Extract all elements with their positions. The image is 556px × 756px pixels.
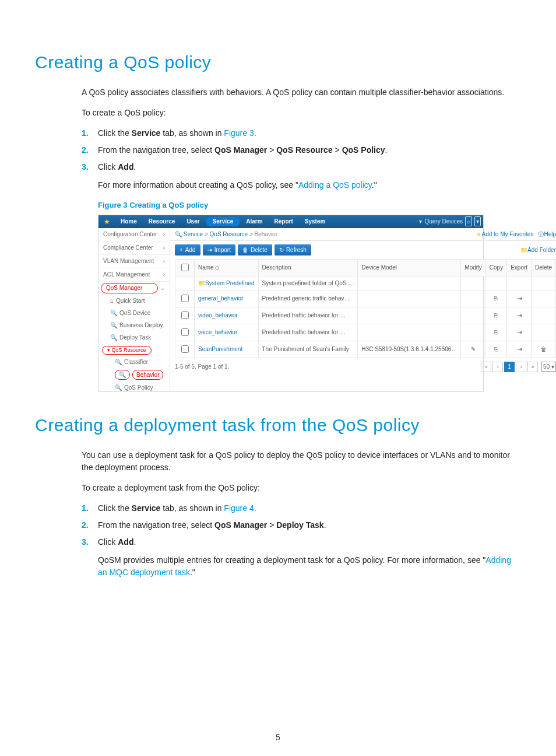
magnifier-icon: 🔍 xyxy=(115,358,122,366)
tab-alarm[interactable]: Alarm xyxy=(240,215,268,228)
row-name-link[interactable]: video_behavior xyxy=(195,307,259,324)
breadcrumb-behavior: Behavior xyxy=(255,231,277,237)
row-checkbox[interactable] xyxy=(181,312,189,319)
folder-icon: 📁 xyxy=(520,247,527,253)
figure-link[interactable]: Figure 4 xyxy=(224,503,254,513)
magnifier-icon: 🔍 xyxy=(110,321,117,330)
select-all-checkbox[interactable] xyxy=(181,264,189,271)
add-to-favorites-link[interactable]: ★Add to My Favorites xyxy=(476,230,533,239)
row-name-link[interactable]: SeanPunishment xyxy=(195,341,259,358)
search-placeholder[interactable]: Query Devices xyxy=(424,217,463,226)
page-number: 5 xyxy=(0,733,556,742)
adding-qos-policy-link[interactable]: Adding a QoS policy xyxy=(298,180,372,190)
star-icon[interactable]: ★ xyxy=(98,215,115,228)
step-number: 2. xyxy=(82,144,98,156)
refresh-button[interactable]: ↻Refresh xyxy=(275,244,311,256)
column-checkbox[interactable] xyxy=(175,259,195,276)
sidebar-item-qos-manager[interactable]: QoS Manager xyxy=(101,283,158,293)
figure-link[interactable]: Figure 3 xyxy=(224,128,254,138)
sidebar-item-classifier[interactable]: 🔍Classifier xyxy=(98,356,170,368)
tab-report[interactable]: Report xyxy=(269,215,299,228)
sidebar-item-behavior[interactable]: 🔍Behavior xyxy=(98,368,170,382)
step-text: Click Add. xyxy=(98,536,136,548)
row-copy-button[interactable]: ⎘ xyxy=(485,290,506,307)
row-copy-button[interactable]: ⎘ xyxy=(485,324,506,341)
search-icon[interactable]: ⌕ xyxy=(465,216,472,226)
step-number: 1. xyxy=(82,502,98,514)
row-checkbox[interactable] xyxy=(181,345,189,353)
row-export-button[interactable]: ⇥ xyxy=(507,324,532,341)
column-description[interactable]: Description xyxy=(258,259,358,276)
page-last-button[interactable]: » xyxy=(527,362,538,372)
row-name-link[interactable]: general_behavior xyxy=(195,290,259,307)
add-button[interactable]: +Add xyxy=(175,244,200,256)
tab-home[interactable]: Home xyxy=(115,215,143,228)
page-1-button[interactable]: 1 xyxy=(504,362,515,372)
section2-note: QoSM provides multiple entries for creat… xyxy=(98,554,515,579)
row-checkbox[interactable] xyxy=(181,328,189,336)
row-description: Predefined generic traffic behav… xyxy=(258,290,358,307)
folder-icon: 📁 xyxy=(198,280,205,286)
add-folder-link[interactable]: 📁Add Folder xyxy=(520,246,556,254)
table-row: SeanPunishmentThe Punishment of Sean's F… xyxy=(175,341,556,358)
breadcrumb: 🔍 Service > QoS Resource > Behavior ★Add… xyxy=(170,228,556,241)
row-export-button[interactable]: ⇥ xyxy=(507,307,532,324)
figure3-caption: Figure 3 Creating a QoS policy xyxy=(98,200,515,211)
import-icon: ⇥ xyxy=(207,246,212,254)
sidebar-item-qos-policy[interactable]: 🔍QoS Policy xyxy=(98,382,170,394)
page-size-select[interactable]: 50 ▾ xyxy=(541,362,556,372)
sidebar-item-acl-management[interactable]: ACL Management› xyxy=(98,268,170,282)
section1-intro: A QoS policy associates classifiers with… xyxy=(82,86,515,99)
sidebar-item-quick-start[interactable]: ⌂Quick Start xyxy=(98,295,170,307)
row-description: The Punishment of Sean's Family xyxy=(258,341,358,358)
step-text: Click the Service tab, as shown in Figur… xyxy=(98,502,256,514)
row-export-button[interactable]: ⇥ xyxy=(507,290,532,307)
tab-user[interactable]: User xyxy=(181,215,205,228)
sidebar-item-qos-device[interactable]: 🔍QoS Device xyxy=(98,307,170,319)
tab-system[interactable]: System xyxy=(299,215,332,228)
table-row: voice_behaviorPredefined traffic behavio… xyxy=(175,324,556,341)
row-delete-button[interactable]: 🗑 xyxy=(532,341,556,358)
step-number: 3. xyxy=(82,536,98,548)
row-description: Predefined traffic behavior for … xyxy=(258,324,358,341)
refresh-icon: ↻ xyxy=(279,246,284,254)
tab-service[interactable]: Service xyxy=(206,217,241,226)
page-next-button[interactable]: › xyxy=(516,362,526,372)
column-export: Export xyxy=(507,259,532,276)
column-device-model[interactable]: Device Model xyxy=(358,259,461,276)
sidebar-item-vlan-management[interactable]: VLAN Management› xyxy=(98,255,170,268)
dropdown-icon[interactable]: ▾ xyxy=(474,216,481,226)
step-text: From the navigation tree, select QoS Man… xyxy=(98,519,326,531)
sidebar-item-config-center[interactable]: Configuration Center› xyxy=(98,228,170,242)
column-name[interactable]: Name ◇ xyxy=(195,259,259,276)
column-copy: Copy xyxy=(485,259,506,276)
row-copy-button[interactable]: ⎘ xyxy=(485,341,506,358)
row-copy-button xyxy=(485,276,506,290)
import-button[interactable]: ⇥Import xyxy=(203,244,235,256)
row-name-link[interactable]: 📁System Predefined xyxy=(195,276,259,290)
breadcrumb-qos-resource[interactable]: QoS Resource xyxy=(210,231,248,237)
help-icon: ⓘ xyxy=(538,231,544,237)
help-link[interactable]: ⓘHelp xyxy=(538,230,556,239)
row-name-link[interactable]: voice_behavior xyxy=(195,324,259,341)
sidebar-item-compliance-center[interactable]: Compliance Center› xyxy=(98,242,170,255)
row-device-model xyxy=(358,307,461,324)
breadcrumb-service[interactable]: Service xyxy=(184,231,203,237)
tab-resource[interactable]: Resource xyxy=(143,215,181,228)
step-text: Click the Service tab, as shown in Figur… xyxy=(98,127,256,139)
row-modify-button[interactable]: ✎ xyxy=(461,341,485,358)
row-checkbox[interactable] xyxy=(181,295,189,302)
sidebar-item-business-deploy[interactable]: 🔍Business Deploy xyxy=(98,319,170,331)
row-copy-button[interactable]: ⎘ xyxy=(485,307,506,324)
device-icon[interactable]: ▾ xyxy=(419,217,422,226)
page-prev-button[interactable]: ‹ xyxy=(492,362,503,372)
trash-icon: 🗑 xyxy=(242,246,248,254)
sidebar-item-deploy-task[interactable]: 🔍Deploy Task xyxy=(98,331,170,344)
page-first-button[interactable]: « xyxy=(481,362,491,372)
sidebar-group-qos-resource[interactable]: ▾ QoS Resource xyxy=(102,346,152,355)
step-text: Click Add. xyxy=(98,161,136,173)
row-delete-button xyxy=(532,276,556,290)
row-modify-button xyxy=(461,276,485,290)
delete-button[interactable]: 🗑Delete xyxy=(238,244,272,256)
row-export-button[interactable]: ⇥ xyxy=(507,341,532,358)
